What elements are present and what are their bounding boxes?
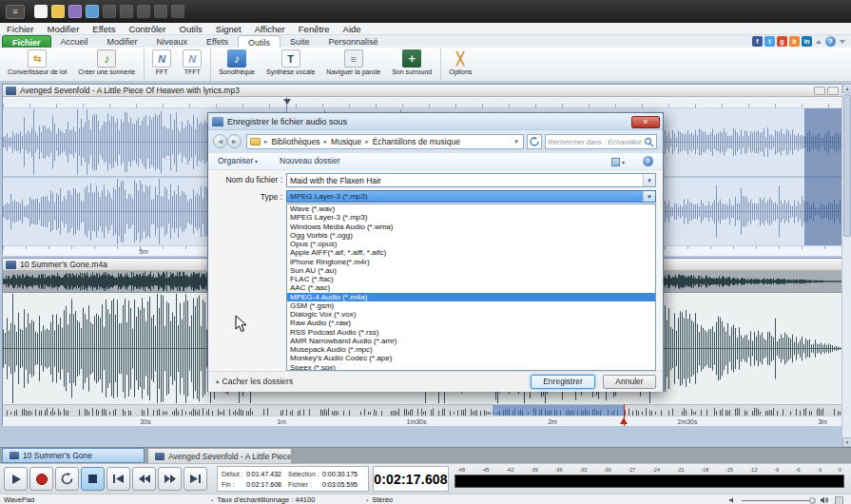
help-icon[interactable]: ? [825, 36, 836, 47]
filetype-combo[interactable]: MPEG Layer-3 (*.mp3) [286, 190, 656, 203]
channels-status[interactable]: ▪Stéréo [366, 495, 393, 504]
format-option[interactable]: Sun AU (*.au) [287, 266, 655, 275]
facebook-icon[interactable]: f [752, 36, 763, 47]
menu-item[interactable]: Aide [337, 23, 368, 35]
paste-icon[interactable] [137, 5, 150, 18]
format-option[interactable]: MPEG-4 Audio (*.m4a) [287, 293, 655, 301]
tfft-button[interactable]: N TFFT [177, 48, 211, 81]
format-option[interactable]: AMR Narrowband Audio (*.amr) [287, 337, 655, 345]
format-option[interactable]: Opus (*.opus) [287, 240, 655, 248]
ribbon-tab[interactable]: Accueil [51, 35, 98, 48]
breadcrumb-item[interactable]: Musique [320, 137, 362, 146]
dialog-help-icon[interactable]: ? [643, 156, 653, 166]
create-ringtone-button[interactable]: ♪ Créer une sonnerie [72, 48, 145, 81]
filename-input[interactable] [287, 175, 643, 186]
playhead-triangle-icon[interactable] [620, 417, 628, 424]
play-button[interactable] [4, 467, 28, 491]
surround-sound-button[interactable]: + Son surround [386, 48, 441, 81]
import-icon[interactable] [86, 5, 99, 18]
format-option[interactable]: iPhone Ringtone(*.m4r) [287, 258, 655, 266]
menu-item[interactable]: Afficher [248, 23, 292, 35]
ribbon-tab[interactable]: Modifier [98, 35, 147, 48]
speaker-low-icon[interactable] [729, 496, 737, 504]
organize-button[interactable]: Organiser [218, 156, 258, 165]
volume-slider-knob[interactable] [809, 497, 816, 504]
googleplus-icon[interactable]: g [777, 36, 787, 47]
breadcrumb-item[interactable]: Échantillons de musique [361, 137, 460, 146]
menu-item[interactable]: Contrôler [122, 23, 172, 35]
record-button[interactable] [29, 467, 53, 491]
chevron-down-icon[interactable] [840, 40, 845, 44]
address-breadcrumb[interactable]: BibliothèquesMusiqueÉchantillons de musi… [246, 134, 524, 149]
filetype-dropdown-icon[interactable] [643, 191, 655, 202]
hide-folders-button[interactable]: Cacher les dossiers [216, 377, 293, 386]
back-button[interactable] [213, 134, 227, 148]
menu-item[interactable]: Fichier [0, 23, 41, 35]
sound-library-button[interactable]: ♪ Sonothèque [213, 48, 261, 81]
view-options-button[interactable] [611, 156, 630, 167]
breadcrumb-item[interactable]: Bibliothèques [261, 137, 320, 146]
format-option[interactable]: Ogg Vorbis (*.ogg) [287, 231, 655, 240]
scroll-up-icon[interactable]: ▲ [842, 84, 851, 93]
ribbon-tab[interactable]: Personnalisé [319, 35, 387, 48]
save-icon[interactable] [68, 5, 82, 18]
track-maximize-icon[interactable] [827, 87, 839, 95]
cut-icon[interactable] [103, 5, 116, 18]
volume-slider[interactable] [742, 500, 816, 501]
fft-button[interactable]: N FFT [146, 48, 177, 81]
ribbon-tab[interactable]: Effets [197, 35, 238, 48]
ribbon-tab[interactable]: Niveaux [147, 35, 198, 48]
options-button[interactable]: ╳ Options [443, 48, 477, 81]
search-input[interactable] [546, 138, 644, 146]
speech-navigation-button[interactable]: ≡ Naviguer la parole [320, 48, 386, 81]
track1-titlebar[interactable]: Avenged Sevenfold - A Little Piece Of He… [3, 85, 841, 97]
format-option[interactable]: Speex (*.spx) [287, 363, 655, 372]
format-option[interactable]: MPEG Layer-3 (*.mp3) [287, 213, 655, 222]
format-option[interactable]: Wave (*.wav) [287, 204, 655, 213]
format-option[interactable]: Apple AIFF(*.aif, *.aiff, *.aifc) [287, 248, 655, 257]
document-tab[interactable]: 10 Summer's Gone [2, 448, 145, 463]
copy-icon[interactable] [120, 5, 133, 18]
open-folder-icon[interactable] [51, 5, 65, 18]
track1-marker-strip[interactable] [3, 97, 841, 108]
menu-item[interactable]: Fenêtre [292, 23, 337, 35]
speaker-high-icon[interactable] [821, 495, 830, 504]
fast-forward-button[interactable] [158, 467, 182, 491]
track2-time-ruler[interactable]: 30s1m1m30s2m2m30s3m [3, 416, 841, 426]
playhead-marker-icon[interactable] [283, 99, 291, 105]
ribbon-tab[interactable]: Outils [238, 35, 280, 48]
new-folder-button[interactable]: Nouveau dossier [280, 156, 340, 165]
document-tab[interactable]: Avenged Sevenfold - A Little Piece Of [147, 448, 292, 463]
menu-item[interactable]: Outils [173, 23, 209, 35]
menu-item[interactable]: Signet [209, 23, 248, 35]
format-option[interactable]: FLAC (*.flac) [287, 275, 655, 283]
new-file-icon[interactable] [34, 5, 48, 18]
loop-play-button[interactable] [55, 467, 79, 491]
track2-seek-strip[interactable] [3, 404, 841, 416]
dialog-titlebar[interactable]: Enregistrer le fichier audio sous [208, 113, 663, 130]
go-to-start-button[interactable] [106, 467, 130, 491]
scrollbar-thumb[interactable] [843, 94, 851, 237]
linkedin-icon[interactable]: in [802, 36, 812, 47]
format-option[interactable]: AAC (*.aac) [287, 283, 655, 292]
sample-rate-status[interactable]: ▪Taux d'échantillonnage : 44100 [211, 495, 315, 504]
format-option[interactable]: Monkey's Audio Codec (*.ape) [287, 354, 655, 362]
batch-converter-button[interactable]: ⇆ Convertisseur de lot [2, 48, 72, 81]
format-option[interactable]: Raw Audio (*.raw) [287, 319, 655, 327]
dialog-close-button[interactable] [631, 116, 660, 128]
format-option[interactable]: Dialogic Vox (*.vox) [287, 310, 655, 319]
chevron-up-icon[interactable] [816, 40, 822, 44]
refresh-button[interactable] [527, 134, 542, 149]
format-option[interactable]: GSM (*.gsm) [287, 301, 655, 310]
address-dropdown-icon[interactable] [510, 139, 523, 145]
format-option[interactable]: RSS Podcast Audio (*.rss) [287, 328, 655, 337]
redo-icon[interactable] [171, 5, 184, 18]
format-option[interactable]: Musepack Audio (*.mpc) [287, 345, 655, 354]
go-to-end-button[interactable] [184, 467, 207, 491]
menu-item[interactable]: Effets [86, 23, 122, 35]
twitter-icon[interactable]: t [764, 36, 775, 47]
track1-selection-region[interactable] [804, 108, 841, 245]
save-button[interactable]: Enregistrer [531, 375, 595, 389]
ribbon-tab[interactable]: Fichier [2, 35, 51, 48]
undo-icon[interactable] [154, 5, 167, 18]
